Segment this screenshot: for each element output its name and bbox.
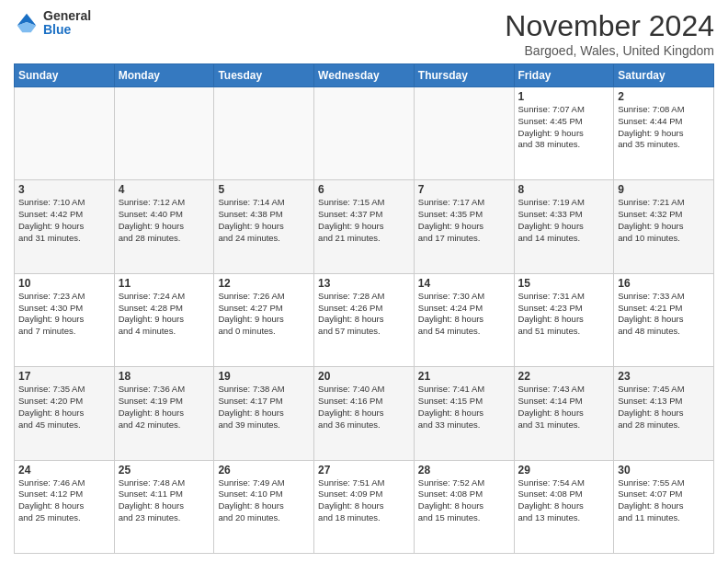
table-cell: 23Sunrise: 7:45 AM Sunset: 4:13 PM Dayli… <box>614 367 714 460</box>
col-friday: Friday <box>514 64 614 87</box>
table-cell <box>15 87 115 180</box>
day-info: Sunrise: 7:30 AM Sunset: 4:24 PM Dayligh… <box>418 291 510 338</box>
day-number: 7 <box>418 183 510 196</box>
table-cell <box>114 87 214 180</box>
day-number: 21 <box>418 370 510 383</box>
day-info: Sunrise: 7:38 AM Sunset: 4:17 PM Dayligh… <box>218 384 310 431</box>
table-cell: 17Sunrise: 7:35 AM Sunset: 4:20 PM Dayli… <box>15 367 115 460</box>
day-info: Sunrise: 7:41 AM Sunset: 4:15 PM Dayligh… <box>418 384 510 431</box>
week-row-1: 3Sunrise: 7:10 AM Sunset: 4:42 PM Daylig… <box>15 180 714 273</box>
day-number: 28 <box>418 464 510 477</box>
day-number: 6 <box>318 183 410 196</box>
day-number: 30 <box>618 464 710 477</box>
table-cell: 16Sunrise: 7:33 AM Sunset: 4:21 PM Dayli… <box>614 273 714 366</box>
table-cell: 9Sunrise: 7:21 AM Sunset: 4:32 PM Daylig… <box>614 180 714 273</box>
col-saturday: Saturday <box>614 64 714 87</box>
day-info: Sunrise: 7:52 AM Sunset: 4:08 PM Dayligh… <box>418 477 510 524</box>
day-info: Sunrise: 7:51 AM Sunset: 4:09 PM Dayligh… <box>318 477 410 524</box>
day-info: Sunrise: 7:12 AM Sunset: 4:40 PM Dayligh… <box>119 197 210 244</box>
day-info: Sunrise: 7:48 AM Sunset: 4:11 PM Dayligh… <box>119 477 210 524</box>
day-info: Sunrise: 7:28 AM Sunset: 4:26 PM Dayligh… <box>318 291 410 338</box>
col-wednesday: Wednesday <box>314 64 415 87</box>
day-number: 25 <box>119 464 210 477</box>
table-cell: 3Sunrise: 7:10 AM Sunset: 4:42 PM Daylig… <box>15 180 115 273</box>
day-info: Sunrise: 7:08 AM Sunset: 4:44 PM Dayligh… <box>618 104 710 151</box>
day-info: Sunrise: 7:45 AM Sunset: 4:13 PM Dayligh… <box>618 384 710 431</box>
day-number: 9 <box>618 183 710 196</box>
day-info: Sunrise: 7:07 AM Sunset: 4:45 PM Dayligh… <box>518 104 610 151</box>
day-number: 13 <box>318 277 410 290</box>
day-info: Sunrise: 7:55 AM Sunset: 4:07 PM Dayligh… <box>618 477 710 524</box>
day-number: 10 <box>18 277 110 290</box>
table-cell: 5Sunrise: 7:14 AM Sunset: 4:38 PM Daylig… <box>214 180 314 273</box>
day-info: Sunrise: 7:33 AM Sunset: 4:21 PM Dayligh… <box>618 291 710 338</box>
logo-icon <box>14 10 40 36</box>
table-cell: 11Sunrise: 7:24 AM Sunset: 4:28 PM Dayli… <box>114 273 214 366</box>
day-number: 8 <box>518 183 610 196</box>
table-cell: 18Sunrise: 7:36 AM Sunset: 4:19 PM Dayli… <box>114 367 214 460</box>
day-info: Sunrise: 7:54 AM Sunset: 4:08 PM Dayligh… <box>518 477 610 524</box>
day-info: Sunrise: 7:35 AM Sunset: 4:20 PM Dayligh… <box>18 384 110 431</box>
day-number: 15 <box>518 277 610 290</box>
day-info: Sunrise: 7:10 AM Sunset: 4:42 PM Dayligh… <box>18 197 110 244</box>
logo-blue-text: Blue <box>43 23 91 37</box>
table-cell <box>414 87 514 180</box>
day-number: 18 <box>119 370 210 383</box>
logo-general-text: General <box>43 9 91 23</box>
table-cell: 24Sunrise: 7:46 AM Sunset: 4:12 PM Dayli… <box>15 460 115 553</box>
day-info: Sunrise: 7:49 AM Sunset: 4:10 PM Dayligh… <box>218 477 310 524</box>
table-cell <box>314 87 415 180</box>
calendar-header-row: Sunday Monday Tuesday Wednesday Thursday… <box>15 64 714 87</box>
table-cell: 10Sunrise: 7:23 AM Sunset: 4:30 PM Dayli… <box>15 273 115 366</box>
day-number: 17 <box>18 370 110 383</box>
page: General Blue November 2024 Bargoed, Wale… <box>0 0 728 563</box>
day-number: 29 <box>518 464 610 477</box>
day-number: 24 <box>18 464 110 477</box>
table-cell: 8Sunrise: 7:19 AM Sunset: 4:33 PM Daylig… <box>514 180 614 273</box>
table-cell: 28Sunrise: 7:52 AM Sunset: 4:08 PM Dayli… <box>414 460 514 553</box>
day-info: Sunrise: 7:46 AM Sunset: 4:12 PM Dayligh… <box>18 477 110 524</box>
table-cell: 26Sunrise: 7:49 AM Sunset: 4:10 PM Dayli… <box>214 460 314 553</box>
day-number: 26 <box>218 464 310 477</box>
table-cell: 14Sunrise: 7:30 AM Sunset: 4:24 PM Dayli… <box>414 273 514 366</box>
table-cell: 15Sunrise: 7:31 AM Sunset: 4:23 PM Dayli… <box>514 273 614 366</box>
col-sunday: Sunday <box>15 64 115 87</box>
day-number: 4 <box>119 183 210 196</box>
week-row-3: 17Sunrise: 7:35 AM Sunset: 4:20 PM Dayli… <box>15 367 714 460</box>
table-cell: 20Sunrise: 7:40 AM Sunset: 4:16 PM Dayli… <box>314 367 415 460</box>
table-cell <box>214 87 314 180</box>
day-number: 23 <box>618 370 710 383</box>
table-cell: 21Sunrise: 7:41 AM Sunset: 4:15 PM Dayli… <box>414 367 514 460</box>
day-info: Sunrise: 7:19 AM Sunset: 4:33 PM Dayligh… <box>518 197 610 244</box>
header: General Blue November 2024 Bargoed, Wale… <box>14 9 714 58</box>
col-thursday: Thursday <box>414 64 514 87</box>
day-number: 12 <box>218 277 310 290</box>
week-row-0: 1Sunrise: 7:07 AM Sunset: 4:45 PM Daylig… <box>15 87 714 180</box>
week-row-2: 10Sunrise: 7:23 AM Sunset: 4:30 PM Dayli… <box>15 273 714 366</box>
day-info: Sunrise: 7:17 AM Sunset: 4:35 PM Dayligh… <box>418 197 510 244</box>
day-number: 22 <box>518 370 610 383</box>
day-info: Sunrise: 7:31 AM Sunset: 4:23 PM Dayligh… <box>518 291 610 338</box>
table-cell: 27Sunrise: 7:51 AM Sunset: 4:09 PM Dayli… <box>314 460 415 553</box>
day-info: Sunrise: 7:21 AM Sunset: 4:32 PM Dayligh… <box>618 197 710 244</box>
table-cell: 19Sunrise: 7:38 AM Sunset: 4:17 PM Dayli… <box>214 367 314 460</box>
day-number: 19 <box>218 370 310 383</box>
table-cell: 1Sunrise: 7:07 AM Sunset: 4:45 PM Daylig… <box>514 87 614 180</box>
day-number: 14 <box>418 277 510 290</box>
day-info: Sunrise: 7:40 AM Sunset: 4:16 PM Dayligh… <box>318 384 410 431</box>
day-number: 16 <box>618 277 710 290</box>
day-info: Sunrise: 7:24 AM Sunset: 4:28 PM Dayligh… <box>119 291 210 338</box>
day-info: Sunrise: 7:15 AM Sunset: 4:37 PM Dayligh… <box>318 197 410 244</box>
day-info: Sunrise: 7:36 AM Sunset: 4:19 PM Dayligh… <box>119 384 210 431</box>
day-number: 11 <box>119 277 210 290</box>
table-cell: 2Sunrise: 7:08 AM Sunset: 4:44 PM Daylig… <box>614 87 714 180</box>
day-info: Sunrise: 7:43 AM Sunset: 4:14 PM Dayligh… <box>518 384 610 431</box>
table-cell: 12Sunrise: 7:26 AM Sunset: 4:27 PM Dayli… <box>214 273 314 366</box>
day-number: 27 <box>318 464 410 477</box>
table-cell: 4Sunrise: 7:12 AM Sunset: 4:40 PM Daylig… <box>114 180 214 273</box>
logo-text: General Blue <box>43 9 91 38</box>
logo: General Blue <box>14 9 91 38</box>
day-number: 5 <box>218 183 310 196</box>
col-tuesday: Tuesday <box>214 64 314 87</box>
day-info: Sunrise: 7:14 AM Sunset: 4:38 PM Dayligh… <box>218 197 310 244</box>
